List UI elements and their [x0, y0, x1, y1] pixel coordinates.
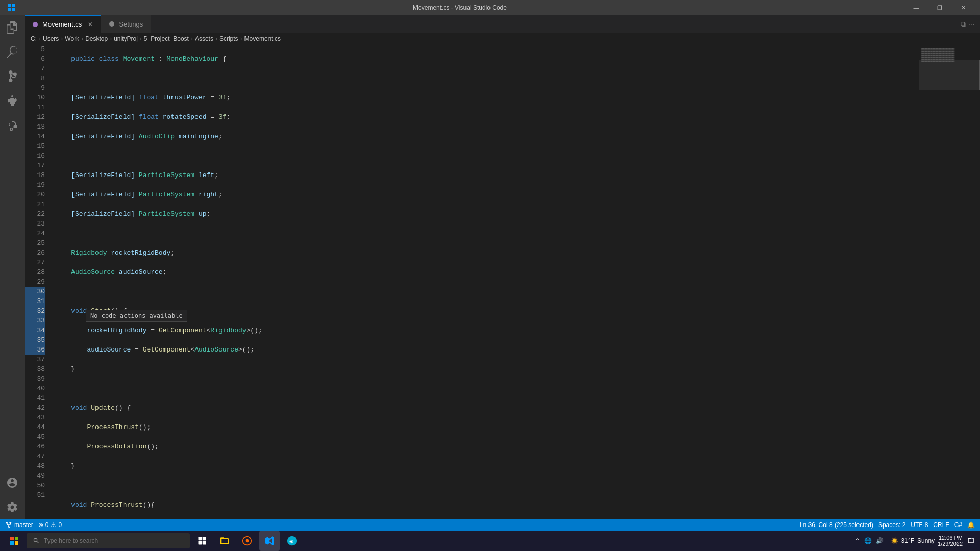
activity-extensions[interactable] — [0, 113, 24, 138]
svg-point-15 — [246, 539, 249, 543]
git-branch[interactable]: master — [5, 521, 33, 529]
encoding[interactable]: UTF-8 — [911, 521, 928, 529]
svg-rect-10 — [199, 537, 202, 541]
svg-rect-7 — [15, 537, 18, 540]
browser-taskbar[interactable] — [237, 531, 257, 551]
status-bar: master ⊗ 0 ⚠ 0 Ln 36, Col 8 (225 selecte… — [0, 519, 980, 531]
activity-search[interactable] — [0, 40, 24, 64]
breadcrumb-c[interactable]: C: — [31, 35, 37, 42]
more-actions-button[interactable]: ··· — [969, 20, 975, 28]
clock-date: 1/29/2022 — [938, 541, 963, 547]
task-view-button[interactable] — [192, 531, 212, 551]
indentation-label: Spaces: 2 — [878, 521, 905, 529]
svg-rect-3 — [12, 8, 15, 11]
line-ending[interactable]: CRLF — [933, 521, 949, 529]
window-title: Movement.cs - Visual Studio Code — [15, 4, 904, 11]
temperature-icon: ☀️ — [891, 537, 898, 544]
language-label: C# — [954, 521, 962, 529]
taskbar-right: ⌃ 🌐 🔊 ☀️ 31°F Sunny 12:06 PM 1/29/2022 🗔 — [851, 535, 976, 547]
volume-icon[interactable]: 🔊 — [876, 537, 884, 544]
app-taskbar[interactable]: ◉ — [282, 531, 302, 551]
error-icon: ⊗ — [38, 521, 43, 529]
minimize-button[interactable]: — — [904, 0, 928, 15]
vscode-taskbar[interactable] — [259, 531, 280, 551]
temperature-value: 31°F — [901, 537, 914, 544]
breadcrumb-desktop[interactable]: Desktop — [85, 35, 108, 42]
weather-widget[interactable]: ☀️ 31°F Sunny — [891, 537, 935, 544]
cursor-pos-label: Ln 36, Col 8 (225 selected) — [800, 521, 873, 529]
warning-number: 0 — [58, 521, 62, 529]
system-tray: ⌃ 🌐 🔊 — [851, 537, 888, 544]
notification-button[interactable]: 🗔 — [966, 537, 976, 544]
clock[interactable]: 12:06 PM 1/29/2022 — [938, 535, 963, 547]
network-icon[interactable]: 🌐 — [864, 537, 872, 544]
file-explorer-taskbar[interactable] — [214, 531, 235, 551]
taskbar: ◉ ⌃ 🌐 🔊 ☀️ 31°F Sunny 12:06 PM 1/29/2022… — [0, 531, 980, 551]
svg-rect-12 — [199, 541, 202, 545]
minimap-viewport — [919, 60, 980, 90]
svg-rect-11 — [203, 537, 206, 541]
line-ending-label: CRLF — [933, 521, 949, 529]
search-input[interactable] — [44, 537, 184, 544]
error-count[interactable]: ⊗ 0 ⚠ 0 — [38, 521, 62, 529]
svg-point-4 — [33, 22, 38, 27]
statusbar-left: master ⊗ 0 ⚠ 0 — [5, 521, 62, 529]
notifications-bell[interactable]: 🔔 — [967, 521, 975, 529]
tab-bar: Movement.cs ✕ Settings ⧉ ··· — [24, 15, 980, 33]
svg-rect-6 — [10, 537, 14, 540]
taskbar-search[interactable] — [27, 533, 190, 548]
breadcrumb-file[interactable]: Movement.cs — [244, 35, 281, 42]
code-actions-tooltip: No code actions available — [86, 310, 187, 322]
activity-git[interactable] — [0, 64, 24, 89]
minimap: ████████████████████████████████████████… — [919, 44, 980, 519]
activity-explorer[interactable] — [0, 15, 24, 40]
svg-point-5 — [109, 21, 114, 27]
split-editor-button[interactable]: ⧉ — [961, 20, 966, 29]
breadcrumb-unityproj[interactable]: unityProj — [114, 35, 138, 42]
svg-rect-2 — [8, 8, 11, 11]
git-branch-label: master — [14, 521, 33, 529]
code-content[interactable]: public class Movement : MonoBehaviour { … — [50, 44, 919, 519]
svg-rect-8 — [10, 541, 14, 545]
activity-settings[interactable] — [0, 495, 24, 519]
clock-time: 12:06 PM — [938, 535, 963, 541]
svg-text:◉: ◉ — [289, 539, 293, 544]
indentation[interactable]: Spaces: 2 — [878, 521, 905, 529]
close-button[interactable]: ✕ — [951, 0, 975, 15]
weather-condition: Sunny — [917, 537, 935, 544]
tab-movement[interactable]: Movement.cs ✕ — [24, 15, 101, 33]
tab-movement-label: Movement.cs — [42, 20, 82, 28]
error-number: 0 — [45, 521, 49, 529]
activity-debug[interactable] — [0, 89, 24, 113]
breadcrumb-scripts[interactable]: Scripts — [219, 35, 238, 42]
breadcrumb-users[interactable]: Users — [43, 35, 59, 42]
activity-bar — [0, 15, 24, 519]
language-mode[interactable]: C# — [954, 521, 962, 529]
start-button[interactable] — [4, 531, 24, 551]
statusbar-right: Ln 36, Col 8 (225 selected) Spaces: 2 UT… — [800, 521, 975, 529]
svg-rect-1 — [12, 4, 15, 7]
chevron-up-icon[interactable]: ⌃ — [855, 537, 860, 544]
editor-container: 56789 1011121314 1516171819 2021222324 2… — [24, 44, 980, 519]
main-layout: Movement.cs ✕ Settings ⧉ ··· C: › Users … — [0, 15, 980, 519]
svg-rect-9 — [15, 541, 18, 545]
cursor-position[interactable]: Ln 36, Col 8 (225 selected) — [800, 521, 873, 529]
svg-rect-0 — [8, 4, 11, 7]
encoding-label: UTF-8 — [911, 521, 928, 529]
code-editor[interactable]: 56789 1011121314 1516171819 2021222324 2… — [24, 44, 919, 519]
breadcrumb-work[interactable]: Work — [65, 35, 79, 42]
titlebar: Movement.cs - Visual Studio Code — ❐ ✕ — [0, 0, 980, 15]
svg-rect-13 — [203, 541, 206, 545]
breadcrumb: C: › Users › Work › Desktop › unityProj … — [24, 33, 980, 44]
line-numbers: 56789 1011121314 1516171819 2021222324 2… — [24, 44, 50, 519]
activity-account[interactable] — [0, 470, 24, 495]
maximize-button[interactable]: ❐ — [928, 0, 951, 15]
breadcrumb-project[interactable]: 5_Project_Boost — [144, 35, 189, 42]
warning-icon: ⚠ — [51, 521, 56, 529]
tab-movement-close[interactable]: ✕ — [88, 21, 93, 28]
tab-settings-label: Settings — [119, 20, 143, 28]
tab-settings[interactable]: Settings — [101, 15, 151, 33]
editor-content: Movement.cs ✕ Settings ⧉ ··· C: › Users … — [24, 15, 980, 519]
breadcrumb-assets[interactable]: Assets — [195, 35, 213, 42]
